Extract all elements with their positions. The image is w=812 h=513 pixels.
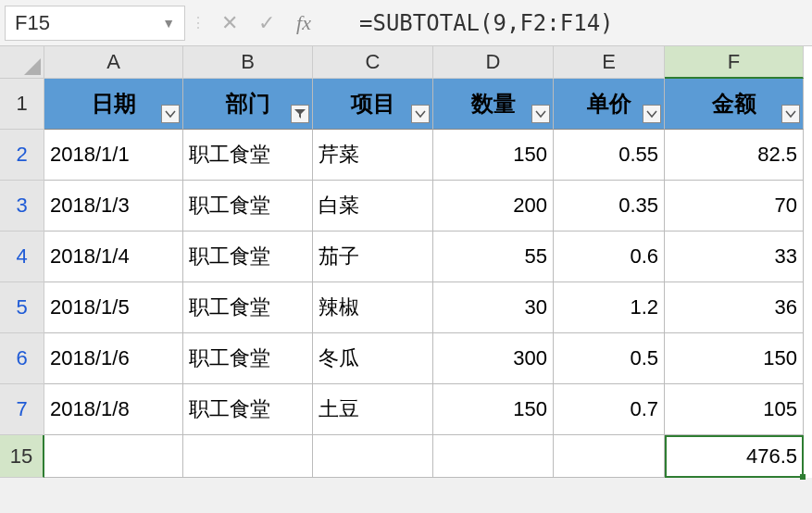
- table-row: 32018/1/3职工食堂白菜2000.3570: [0, 181, 812, 231]
- formula-text: =SUBTOTAL(9,F2:F14): [359, 10, 614, 36]
- cell-B4[interactable]: 职工食堂: [183, 231, 313, 282]
- name-box-dropdown-icon[interactable]: ▼: [162, 16, 175, 31]
- cell-F5[interactable]: 36: [665, 282, 804, 333]
- row-header-15[interactable]: 15: [0, 435, 44, 478]
- row-header-2[interactable]: 2: [0, 130, 44, 181]
- table-header-row: 1 日期 部门 项目 数量 单价: [0, 79, 812, 130]
- cell-B3[interactable]: 职工食堂: [183, 181, 313, 231]
- cell-E3[interactable]: 0.35: [554, 181, 665, 231]
- col-header-D[interactable]: D: [433, 46, 554, 79]
- check-icon: ✓: [258, 11, 275, 35]
- row-header-6[interactable]: 6: [0, 333, 44, 384]
- cell-C2[interactable]: 芹菜: [313, 130, 433, 181]
- cell-B7[interactable]: 职工食堂: [183, 384, 313, 435]
- select-all-corner[interactable]: [0, 46, 44, 79]
- cell-F3[interactable]: 70: [665, 181, 804, 231]
- cell-C7[interactable]: 土豆: [313, 384, 433, 435]
- row-header-7[interactable]: 7: [0, 384, 44, 435]
- row-header-1[interactable]: 1: [0, 79, 44, 130]
- cell-E6[interactable]: 0.5: [554, 333, 665, 384]
- fx-button[interactable]: fx: [285, 6, 322, 41]
- name-box[interactable]: F15 ▼: [5, 6, 185, 41]
- cell-B15[interactable]: [183, 435, 313, 478]
- row-header-4[interactable]: 4: [0, 231, 44, 282]
- cell-D15[interactable]: [433, 435, 554, 478]
- header-cell-dept[interactable]: 部门: [183, 79, 313, 130]
- cell-B6[interactable]: 职工食堂: [183, 333, 313, 384]
- table-row: 62018/1/6职工食堂冬瓜3000.5150: [0, 333, 812, 384]
- fx-icon: fx: [296, 11, 311, 35]
- col-header-F[interactable]: F: [665, 46, 804, 79]
- cell-D4[interactable]: 55: [433, 231, 554, 282]
- cell-A7[interactable]: 2018/1/8: [44, 384, 183, 435]
- cell-A4[interactable]: 2018/1/4: [44, 231, 183, 282]
- header-cell-item[interactable]: 项目: [313, 79, 433, 130]
- filter-button-price[interactable]: [643, 105, 661, 123]
- cell-F4[interactable]: 33: [665, 231, 804, 282]
- cell-B2[interactable]: 职工食堂: [183, 130, 313, 181]
- cell-C4[interactable]: 茄子: [313, 231, 433, 282]
- cell-A3[interactable]: 2018/1/3: [44, 181, 183, 231]
- cell-D3[interactable]: 200: [433, 181, 554, 231]
- header-cell-date[interactable]: 日期: [44, 79, 183, 130]
- col-header-E[interactable]: E: [554, 46, 665, 79]
- formula-input[interactable]: =SUBTOTAL(9,F2:F14): [322, 10, 812, 36]
- row-header-3[interactable]: 3: [0, 181, 44, 231]
- header-label: 部门: [226, 89, 270, 119]
- filter-button-amount[interactable]: [781, 105, 800, 123]
- chevron-down-icon: [415, 109, 426, 119]
- cell-D2[interactable]: 150: [433, 130, 554, 181]
- header-label: 数量: [471, 89, 516, 119]
- column-headers: A B C D E F: [0, 46, 812, 79]
- cell-C15[interactable]: [313, 435, 433, 478]
- total-row: 15 476.5: [0, 435, 812, 478]
- filter-active-icon: [294, 108, 306, 119]
- cell-E4[interactable]: 0.6: [554, 231, 665, 282]
- cell-C3[interactable]: 白菜: [313, 181, 433, 231]
- cell-E7[interactable]: 0.7: [554, 384, 665, 435]
- cell-C5[interactable]: 辣椒: [313, 282, 433, 333]
- table-row: 52018/1/5职工食堂辣椒301.236: [0, 282, 812, 333]
- name-box-value: F15: [15, 11, 50, 35]
- filter-button-date[interactable]: [161, 105, 180, 123]
- chevron-down-icon: [165, 109, 176, 119]
- cell-D5[interactable]: 30: [433, 282, 554, 333]
- spreadsheet: A B C D E F 1 日期 部门 项目 数量: [0, 46, 812, 478]
- cell-E15[interactable]: [554, 435, 665, 478]
- row-header-5[interactable]: 5: [0, 282, 44, 333]
- cell-F7[interactable]: 105: [665, 384, 804, 435]
- cell-A5[interactable]: 2018/1/5: [44, 282, 183, 333]
- cell-F15[interactable]: 476.5: [665, 435, 804, 478]
- header-label: 单价: [587, 89, 631, 119]
- cell-E5[interactable]: 1.2: [554, 282, 665, 333]
- cell-F2[interactable]: 82.5: [665, 130, 804, 181]
- x-icon: ✕: [221, 11, 238, 35]
- cell-F6[interactable]: 150: [665, 333, 804, 384]
- table-row: 72018/1/8职工食堂土豆1500.7105: [0, 384, 812, 435]
- col-header-A[interactable]: A: [44, 46, 183, 79]
- cell-D6[interactable]: 300: [433, 333, 554, 384]
- chevron-down-icon: [535, 109, 546, 119]
- confirm-button[interactable]: ✓: [248, 6, 285, 41]
- filter-button-qty[interactable]: [531, 105, 550, 123]
- cell-A15[interactable]: [44, 435, 183, 478]
- header-cell-amount[interactable]: 金额: [665, 79, 804, 130]
- formula-bar: F15 ▼ ⋮ ✕ ✓ fx =SUBTOTAL(9,F2:F14): [0, 0, 812, 46]
- cell-A2[interactable]: 2018/1/1: [44, 130, 183, 181]
- header-label: 项目: [351, 89, 395, 119]
- header-label: 日期: [92, 89, 136, 119]
- filter-button-item[interactable]: [411, 105, 430, 123]
- filter-button-dept[interactable]: [291, 105, 309, 123]
- header-cell-price[interactable]: 单价: [554, 79, 665, 130]
- separator: ⋮: [194, 6, 202, 41]
- chevron-down-icon: [646, 109, 657, 119]
- cell-E2[interactable]: 0.55: [554, 130, 665, 181]
- col-header-C[interactable]: C: [313, 46, 433, 79]
- cell-D7[interactable]: 150: [433, 384, 554, 435]
- cell-B5[interactable]: 职工食堂: [183, 282, 313, 333]
- cancel-button[interactable]: ✕: [211, 6, 248, 41]
- header-cell-qty[interactable]: 数量: [433, 79, 554, 130]
- cell-A6[interactable]: 2018/1/6: [44, 333, 183, 384]
- col-header-B[interactable]: B: [183, 46, 313, 79]
- cell-C6[interactable]: 冬瓜: [313, 333, 433, 384]
